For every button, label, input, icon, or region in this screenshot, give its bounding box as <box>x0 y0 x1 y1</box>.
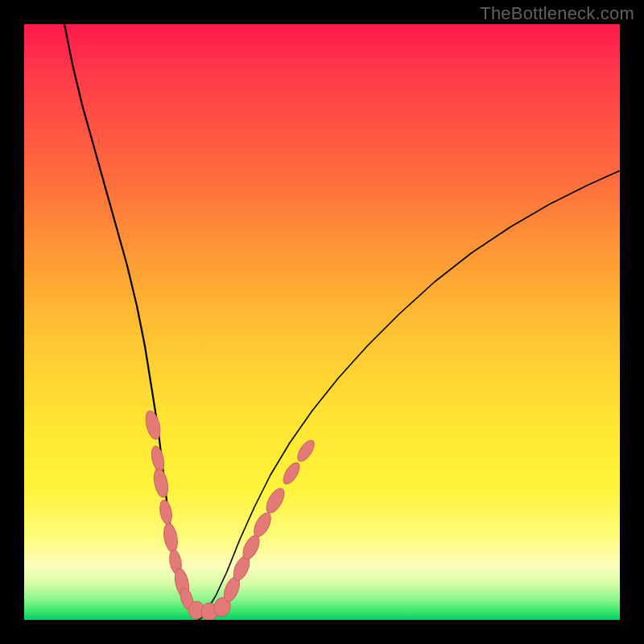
data-blob <box>159 499 174 525</box>
data-blob <box>295 438 317 464</box>
right-curve <box>200 171 620 620</box>
data-blob <box>162 522 180 553</box>
data-blob <box>250 510 274 539</box>
data-blob <box>151 468 170 499</box>
data-blob <box>280 460 303 487</box>
data-blob <box>263 485 288 515</box>
chart-container: TheBottleneck.com <box>0 0 644 644</box>
left-curve <box>64 24 200 620</box>
plot-area <box>24 24 620 620</box>
watermark-text: TheBottleneck.com <box>480 3 634 24</box>
curve-layer <box>24 24 620 620</box>
